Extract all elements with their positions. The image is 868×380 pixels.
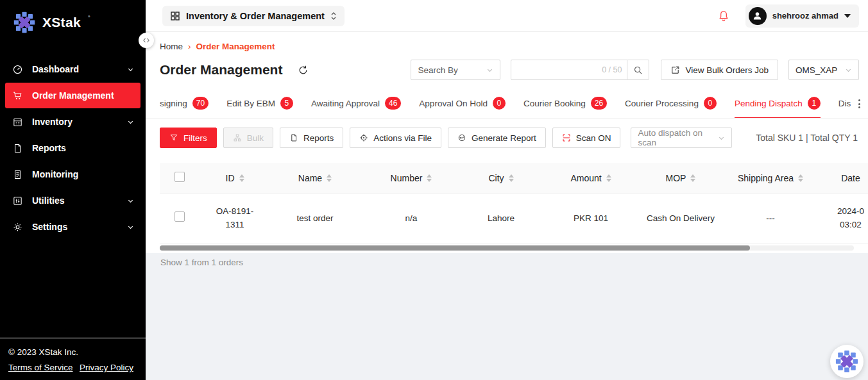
more-tabs-icon[interactable] — [851, 97, 862, 111]
brand-name: XStak — [42, 15, 81, 30]
chevron-down-icon — [127, 224, 134, 231]
tab-count-badge: 0 — [704, 97, 717, 110]
tab-signing[interactable]: signing 70 — [160, 90, 208, 118]
sidebar-item-inventory[interactable]: Inventory — [5, 109, 140, 135]
tab-courier-booking[interactable]: Courier Booking 26 — [523, 90, 607, 118]
tab-awaiting-approval[interactable]: Awaiting Approval 46 — [311, 90, 401, 118]
search-by-select[interactable]: Search By — [411, 60, 500, 80]
column-header-name[interactable]: Name — [270, 163, 360, 194]
topbar: Inventory & Order Management shehrooz ah… — [146, 0, 868, 32]
sidebar-item-label: Dashboard — [32, 64, 79, 74]
tab-edit-by-ebm[interactable]: Edit By EBM 5 — [226, 90, 293, 118]
sidebar-item-dashboard[interactable]: Dashboard — [5, 56, 140, 82]
column-header-number[interactable]: Number — [360, 163, 463, 194]
xstak-logo-icon — [835, 349, 859, 374]
sidebar-item-label: Order Management — [32, 90, 114, 101]
chevron-down-icon — [718, 135, 725, 142]
sorter-icon — [239, 174, 244, 182]
tab-courier-processing[interactable]: Courier Processing 0 — [625, 90, 717, 118]
tab-label: Courier Booking — [523, 99, 586, 108]
search-field: 0 / 50 — [511, 60, 627, 80]
tab-count-badge: 0 — [493, 97, 506, 110]
search-input[interactable] — [516, 65, 598, 76]
scan-icon — [562, 133, 571, 142]
auto-dispatch-select[interactable]: Auto dispatch on scan — [631, 128, 732, 148]
search-by-value: Search By — [418, 65, 457, 75]
brand-logo[interactable]: XStak° — [0, 0, 146, 39]
sorter-icon — [690, 174, 695, 182]
totals-summary: Total SKU 1 | Total QTY 1 — [756, 133, 858, 143]
sidebar: XStak° Dashboard Order Management Invent… — [0, 0, 146, 380]
cell-name: test order — [270, 194, 360, 244]
oms-select[interactable]: OMS_XAP — [788, 60, 859, 80]
privacy-link[interactable]: Privacy Policy — [80, 363, 133, 372]
reports-label: Reports — [303, 133, 334, 143]
tab-dispatched-orders[interactable]: Dispatched Orders — [838, 90, 851, 118]
actions-via-file-button[interactable]: Actions via File — [350, 128, 441, 148]
bulk-cluster-icon — [233, 133, 242, 142]
brand-trademark: ° — [88, 15, 90, 21]
tab-approval-on-hold[interactable]: Approval On Hold 0 — [419, 90, 506, 118]
tab-label: Edit By EBM — [226, 99, 275, 108]
sidebar-collapse-toggle[interactable] — [139, 33, 154, 48]
user-menu[interactable]: shehrooz ahmad — [745, 4, 859, 28]
avatar — [749, 7, 767, 25]
table-header-row: ID Name Number City Amount MOP Shipping … — [160, 163, 868, 194]
sorter-icon — [427, 174, 432, 182]
dashboard-icon — [12, 64, 23, 75]
toolbar: Filters Bulk Reports Actions via File Ge… — [146, 119, 868, 148]
filters-button[interactable]: Filters — [160, 128, 217, 148]
row-checkbox[interactable] — [174, 211, 185, 222]
column-header-shipping-area[interactable]: Shipping Area — [719, 163, 822, 194]
chat-widget-button[interactable] — [830, 345, 864, 378]
sidebar-item-reports[interactable]: Reports — [5, 135, 140, 161]
notification-bell-icon[interactable] — [717, 10, 730, 22]
reports-button[interactable]: Reports — [280, 128, 343, 148]
horizontal-scrollbar-thumb[interactable] — [160, 245, 750, 251]
breadcrumb-current: Order Management — [196, 42, 275, 51]
bulk-button[interactable]: Bulk — [223, 128, 273, 148]
search-button[interactable] — [627, 60, 649, 80]
cell-shipping-area: --- — [719, 194, 822, 244]
tab-count-badge: 70 — [192, 97, 208, 110]
generate-report-button[interactable]: Generate Report — [448, 128, 546, 148]
sidebar-footer: © 2023 XStak Inc. Terms of Service Priva… — [0, 338, 146, 380]
aim-icon — [359, 133, 368, 142]
chevron-down-icon — [127, 197, 134, 204]
tab-pending-dispatch[interactable]: Pending Dispatch 1 — [735, 90, 821, 118]
filters-label: Filters — [183, 133, 207, 143]
chevron-down-icon — [127, 66, 134, 73]
sidebar-item-order-management[interactable]: Order Management — [5, 83, 140, 108]
main-content: Home › Order Management Order Management… — [146, 32, 868, 380]
view-bulk-orders-button[interactable]: View Bulk Orders Job — [661, 60, 778, 80]
generate-report-icon — [457, 133, 466, 142]
cell-order-id: OA-8191-1311 — [200, 194, 270, 244]
tab-label: Courier Processing — [625, 99, 699, 108]
sidebar-item-settings[interactable]: Settings — [5, 214, 140, 240]
cell-number: n/a — [360, 194, 463, 244]
collapse-icon — [142, 37, 150, 44]
column-header-date[interactable]: Date — [822, 163, 868, 194]
sidebar-item-monitoring[interactable]: Monitoring — [5, 161, 140, 187]
tab-count-badge: 46 — [385, 97, 401, 110]
sorter-icon — [798, 174, 803, 182]
scan-on-button[interactable]: Scan ON — [552, 128, 621, 148]
column-header-city[interactable]: City — [463, 163, 540, 194]
workspace-selector[interactable]: Inventory & Order Management — [162, 6, 345, 26]
tab-label: Dispatched Orders — [838, 99, 851, 108]
status-tabs: signing 70 Edit By EBM 5 Awaiting Approv… — [146, 90, 868, 119]
column-header-mop[interactable]: MOP — [642, 163, 719, 194]
search-icon — [633, 65, 643, 75]
breadcrumb-home[interactable]: Home — [160, 42, 183, 51]
column-header-amount[interactable]: Amount — [540, 163, 642, 194]
refresh-icon[interactable] — [298, 65, 309, 76]
column-header-id[interactable]: ID — [200, 163, 270, 194]
terms-link[interactable]: Terms of Service — [8, 363, 73, 372]
sidebar-item-utilities[interactable]: Utilities — [5, 188, 140, 213]
select-all-checkbox[interactable] — [174, 172, 185, 182]
view-bulk-orders-label: View Bulk Orders Job — [685, 65, 769, 75]
tab-count-badge: 5 — [280, 97, 293, 110]
tab-label: Pending Dispatch — [735, 99, 803, 108]
user-name: shehrooz ahmad — [772, 11, 838, 21]
generate-report-label: Generate Report — [472, 133, 536, 143]
